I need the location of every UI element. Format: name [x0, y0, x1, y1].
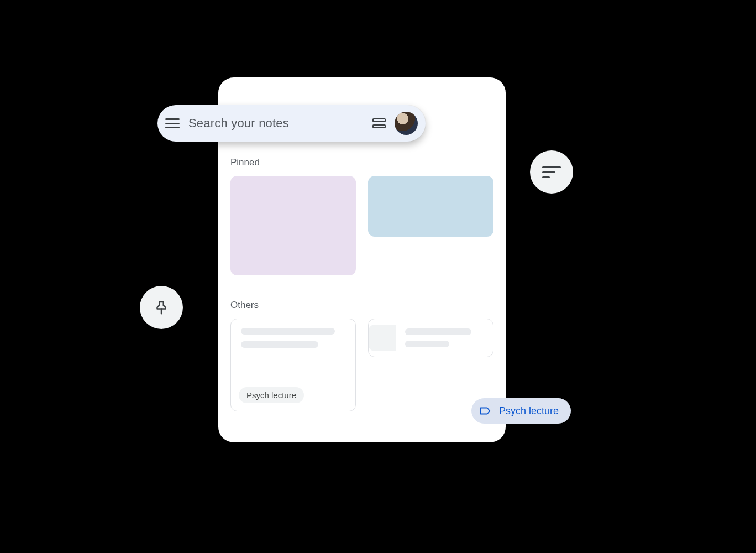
pin-button[interactable] — [140, 286, 183, 329]
placeholder-line — [405, 341, 449, 347]
placeholder-line — [241, 341, 318, 348]
pinned-note[interactable] — [230, 176, 356, 275]
section-title-pinned: Pinned — [230, 157, 260, 168]
sort-button[interactable] — [530, 150, 573, 194]
avatar[interactable] — [395, 112, 418, 135]
note-card[interactable] — [368, 319, 494, 357]
placeholder-line — [241, 328, 335, 335]
others-row: Psych lecture — [230, 319, 494, 411]
list-view-icon[interactable] — [372, 117, 386, 130]
note-thumbnail — [369, 325, 396, 351]
search-placeholder[interactable]: Search your notes — [188, 116, 372, 131]
label-pill[interactable]: Psych lecture — [471, 398, 571, 424]
sort-icon — [542, 166, 561, 178]
section-title-others: Others — [230, 300, 259, 311]
label-pill-text: Psych lecture — [499, 405, 559, 417]
placeholder-line — [405, 328, 471, 335]
menu-icon[interactable] — [165, 116, 180, 131]
note-chip[interactable]: Psych lecture — [239, 387, 304, 403]
search-bar[interactable]: Search your notes — [158, 105, 426, 142]
pinned-note[interactable] — [368, 176, 494, 237]
note-card[interactable]: Psych lecture — [230, 319, 356, 411]
pin-icon — [153, 299, 170, 316]
label-icon — [479, 405, 491, 417]
pinned-row — [230, 176, 494, 275]
